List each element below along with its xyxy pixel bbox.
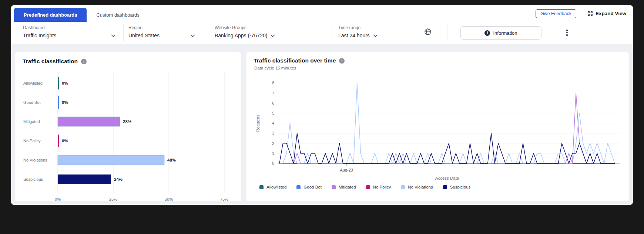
tab-bar: Predefined dashboards Custom dashboards … <box>11 5 633 22</box>
svg-text:0%: 0% <box>62 100 68 105</box>
legend-swatch <box>332 185 336 189</box>
give-feedback-button[interactable]: Give Feedback <box>536 9 576 18</box>
chevron-down-icon <box>111 34 115 37</box>
chevron-down-icon <box>191 34 195 37</box>
legend-item[interactable]: No Policy <box>366 185 391 189</box>
svg-text:0%: 0% <box>62 139 68 143</box>
tab-divider <box>216 7 216 20</box>
legend-label: Allowlisted <box>266 185 286 189</box>
expand-view-label: Expand View <box>596 11 626 16</box>
chevron-down-icon <box>271 34 275 37</box>
legend-swatch <box>366 185 370 189</box>
dashboard-select-value: Traffic Insights <box>23 33 56 38</box>
website-groups-select[interactable]: Banking Apps (-76720) <box>215 33 275 38</box>
region-filter-label: Region <box>128 25 195 30</box>
content-area: Traffic classification i 0%25%50%75%Allo… <box>11 44 633 205</box>
legend-swatch <box>401 185 405 189</box>
globe-icon[interactable] <box>424 28 432 37</box>
filter-divider <box>123 24 124 41</box>
legend-item[interactable]: Mitigated <box>332 185 356 189</box>
time-range-filter-label: Time range <box>338 25 378 30</box>
region-select[interactable]: United States <box>128 33 195 38</box>
time-range-select-value: Last 24 hours <box>338 33 370 38</box>
svg-text:Good Bot: Good Bot <box>23 100 40 105</box>
svg-text:1: 1 <box>272 151 274 156</box>
svg-text:No Violations: No Violations <box>23 158 47 162</box>
expand-icon <box>587 11 593 16</box>
region-filter: Region United States <box>128 25 195 38</box>
svg-text:25%: 25% <box>109 197 117 201</box>
filter-divider <box>332 24 332 41</box>
filter-bar: Dashboard Traffic Insights Region United… <box>11 22 633 44</box>
line-chart-subtitle: Data cycle 15 minutes <box>254 66 624 70</box>
legend-item[interactable]: Allowlisted <box>259 185 286 189</box>
info-icon[interactable]: i <box>339 58 345 64</box>
info-icon: i <box>484 30 490 36</box>
information-label: Information <box>493 30 517 36</box>
dashboard-window: Predefined dashboards Custom dashboards … <box>11 5 633 205</box>
svg-text:3: 3 <box>272 131 274 135</box>
bar-chart-title: Traffic classification <box>23 58 78 65</box>
kebab-menu-icon[interactable] <box>565 28 569 37</box>
legend-swatch <box>296 185 301 189</box>
time-range-filter: Time range Last 24 hours <box>338 25 378 38</box>
expand-view-button[interactable]: Expand View <box>587 11 626 16</box>
svg-text:Allowlisted: Allowlisted <box>23 81 43 85</box>
svg-text:48%: 48% <box>167 158 176 162</box>
svg-text:Suspicious: Suspicious <box>23 177 43 182</box>
svg-text:Access Date: Access Date <box>435 176 459 180</box>
line-chart-title: Traffic classification over time <box>254 57 336 64</box>
line-chart: 012345678RequestsAug-23Access Date <box>254 72 624 181</box>
svg-text:0%: 0% <box>62 81 68 85</box>
traffic-over-time-panel: Traffic classification over time i Data … <box>246 52 629 202</box>
website-groups-filter: Website Groups Banking Apps (-76720) <box>215 25 275 38</box>
bar-chart: 0%25%50%75%Allowlisted0%Good Bot0%Mitiga… <box>23 68 237 205</box>
website-groups-select-value: Banking Apps (-76720) <box>215 33 267 38</box>
legend-label: Good Bot <box>303 185 322 189</box>
svg-text:No Policy: No Policy <box>23 139 41 143</box>
svg-text:6: 6 <box>272 101 274 105</box>
filter-divider <box>447 24 447 41</box>
legend-label: No Policy <box>373 185 391 189</box>
website-groups-filter-label: Website Groups <box>215 25 275 30</box>
legend-item[interactable]: Good Bot <box>296 185 322 189</box>
svg-text:5: 5 <box>272 111 274 115</box>
svg-text:7: 7 <box>272 91 274 95</box>
svg-text:75%: 75% <box>220 197 228 201</box>
filter-divider <box>205 24 205 41</box>
legend-item[interactable]: Suspicious <box>443 185 471 189</box>
tab-predefined-dashboards[interactable]: Predefined dashboards <box>14 8 87 22</box>
region-select-value: United States <box>128 33 160 38</box>
legend-label: Mitigated <box>339 185 356 189</box>
svg-text:4: 4 <box>272 121 274 125</box>
svg-text:Requests: Requests <box>256 114 260 132</box>
info-icon[interactable]: i <box>81 59 87 64</box>
dashboard-filter: Dashboard Traffic Insights <box>23 25 115 38</box>
legend-swatch <box>259 185 264 189</box>
svg-text:Mitigated: Mitigated <box>23 119 40 124</box>
svg-text:2: 2 <box>272 141 274 146</box>
svg-text:50%: 50% <box>165 197 173 201</box>
dashboard-select[interactable]: Traffic Insights <box>23 33 115 38</box>
legend-item[interactable]: No Violations <box>401 185 433 189</box>
svg-text:0: 0 <box>272 161 274 166</box>
tab-custom-dashboards[interactable]: Custom dashboards <box>87 8 149 22</box>
information-button[interactable]: i Information <box>460 26 541 40</box>
dashboard-filter-label: Dashboard <box>23 25 115 30</box>
legend-label: No Violations <box>408 185 433 189</box>
time-range-select[interactable]: Last 24 hours <box>338 33 378 38</box>
svg-text:8: 8 <box>272 81 274 85</box>
legend-swatch <box>443 185 447 189</box>
svg-text:Aug-23: Aug-23 <box>340 168 353 172</box>
svg-text:28%: 28% <box>123 119 131 124</box>
traffic-classification-panel: Traffic classification i 0%25%50%75%Allo… <box>15 52 241 202</box>
chevron-down-icon <box>373 34 378 37</box>
chart-legend: AllowlistedGood BotMitigatedNo PolicyNo … <box>259 185 624 189</box>
legend-label: Suspicious <box>450 185 471 189</box>
svg-text:24%: 24% <box>114 177 123 182</box>
svg-text:0%: 0% <box>55 197 61 201</box>
